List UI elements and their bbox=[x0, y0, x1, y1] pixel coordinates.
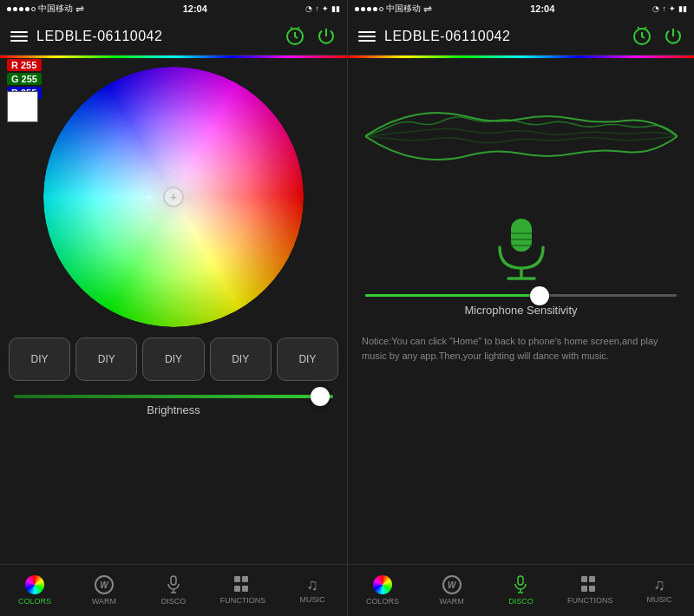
nav-label-disco-right: DISCO bbox=[508, 597, 534, 606]
nav-warm-left[interactable]: W WARM bbox=[69, 572, 139, 609]
nav-label-music-left: MUSIC bbox=[300, 595, 325, 604]
nav-disco-right[interactable]: DISCO bbox=[487, 572, 556, 609]
mic-area bbox=[348, 214, 694, 284]
right-panel: 中国移动 ⇌ 12:04 ◔ ↑ ✦ ▮▮ LEDBLE-06110042 bbox=[347, 0, 694, 616]
left-panel: 中国移动 ⇌ 12:04 ◔ ↑ ✦ ▮▮ LEDBLE-06110042 bbox=[0, 0, 347, 616]
wifi-icon-right: ⇌ bbox=[423, 3, 432, 15]
sensitivity-slider-container: Microphone Sensitivity bbox=[348, 284, 694, 320]
device-title-left: LEDBLE-06110042 bbox=[36, 29, 276, 44]
warm-icon-right: W bbox=[442, 575, 462, 594]
bt-icon-left: ✦ bbox=[322, 4, 329, 13]
svg-rect-5 bbox=[511, 219, 532, 252]
left-header: LEDBLE-06110042 bbox=[0, 17, 347, 56]
arrow-icon-right: ↑ bbox=[662, 4, 666, 13]
functions-icon-left bbox=[234, 576, 252, 593]
right-header: LEDBLE-06110042 bbox=[348, 17, 694, 56]
power-icon-right[interactable] bbox=[663, 26, 684, 47]
gps-icon-left: ◔ bbox=[305, 4, 312, 13]
right-bottom-nav: COLORS W WARM DISCO FUNCTIONS bbox=[348, 564, 694, 616]
nav-music-left[interactable]: ♫ MUSIC bbox=[278, 573, 347, 607]
microphone-icon[interactable] bbox=[491, 214, 552, 284]
dot1 bbox=[7, 7, 11, 11]
battery-icon-left: ▮▮ bbox=[331, 4, 340, 13]
sensitivity-track[interactable] bbox=[365, 294, 677, 297]
svg-rect-1 bbox=[171, 576, 176, 585]
music-icon-right: ♫ bbox=[653, 577, 665, 593]
rdot1 bbox=[355, 7, 359, 11]
color-swatch[interactable] bbox=[7, 91, 38, 122]
brightness-label: Brightness bbox=[14, 403, 333, 416]
diy-button-1[interactable]: DIY bbox=[9, 337, 70, 381]
color-wheel-container: + bbox=[0, 67, 347, 327]
diy-button-4[interactable]: DIY bbox=[210, 337, 272, 381]
rdot2 bbox=[361, 7, 365, 11]
nav-colors-left[interactable]: COLORS bbox=[0, 572, 69, 609]
rmenu-line-2 bbox=[358, 36, 376, 37]
nav-colors-right[interactable]: COLORS bbox=[348, 572, 417, 609]
color-wheel[interactable] bbox=[43, 67, 304, 327]
color-wheel-icon-left bbox=[25, 575, 44, 594]
diy-button-5[interactable]: DIY bbox=[277, 337, 338, 381]
brightness-track[interactable] bbox=[14, 395, 333, 398]
menu-button-right[interactable] bbox=[358, 31, 376, 42]
music-icon-left: ♫ bbox=[306, 577, 318, 593]
color-wheel-canvas[interactable] bbox=[43, 67, 304, 327]
diy-row: DIY DIY DIY DIY DIY bbox=[0, 331, 347, 388]
diy-button-3[interactable]: DIY bbox=[142, 337, 204, 381]
header-icons-right bbox=[632, 26, 684, 47]
nav-disco-left[interactable]: DISCO bbox=[139, 572, 208, 609]
nav-music-right[interactable]: ♫ MUSIC bbox=[625, 573, 694, 607]
gps-icon-right: ◔ bbox=[652, 4, 659, 13]
nav-functions-left[interactable]: FUNCTIONS bbox=[208, 573, 278, 608]
rdot4 bbox=[373, 7, 377, 11]
carrier-left: 中国移动 bbox=[38, 3, 73, 15]
menu-button-left[interactable] bbox=[10, 31, 28, 42]
rainbow-bar-left bbox=[0, 56, 347, 58]
clock-icon-left[interactable] bbox=[285, 26, 305, 47]
menu-line-1 bbox=[10, 31, 28, 33]
bt-icon-right: ✦ bbox=[669, 4, 676, 13]
diy-button-2[interactable]: DIY bbox=[75, 337, 137, 381]
arrow-icon-left: ↑ bbox=[315, 4, 319, 13]
waveform-svg bbox=[365, 102, 678, 171]
nav-label-warm-right: WARM bbox=[440, 597, 464, 606]
warm-icon-left: W bbox=[95, 575, 114, 594]
status-icons-right: ◔ ↑ ✦ ▮▮ bbox=[652, 4, 687, 13]
menu-line-2 bbox=[10, 36, 28, 37]
power-icon-left[interactable] bbox=[316, 26, 337, 47]
carrier-right: 中国移动 bbox=[386, 3, 421, 15]
clock-icon-right[interactable] bbox=[632, 26, 652, 47]
header-icons-left bbox=[285, 26, 337, 47]
mic-icon-nav-left bbox=[165, 575, 182, 594]
nav-label-functions-left: FUNCTIONS bbox=[220, 596, 266, 605]
signal-dots bbox=[7, 7, 36, 11]
dot2 bbox=[13, 7, 17, 11]
left-status-bar: 中国移动 ⇌ 12:04 ◔ ↑ ✦ ▮▮ bbox=[0, 0, 347, 17]
signal-dots-right bbox=[355, 7, 383, 11]
red-badge: R 255 bbox=[7, 59, 42, 71]
dot5 bbox=[31, 7, 36, 11]
dot4 bbox=[25, 7, 29, 11]
nav-label-disco-left: DISCO bbox=[161, 597, 187, 606]
right-status-left: 中国移动 ⇌ bbox=[355, 3, 432, 15]
color-wheel-icon-right bbox=[373, 575, 392, 594]
nav-warm-right[interactable]: W WARM bbox=[417, 572, 487, 609]
nav-label-colors-right: COLORS bbox=[366, 597, 399, 606]
sensitivity-fill bbox=[365, 294, 536, 297]
nav-label-functions-right: FUNCTIONS bbox=[567, 596, 613, 605]
nav-label-warm-left: WARM bbox=[92, 597, 116, 606]
time-right: 12:04 bbox=[530, 3, 554, 14]
sensitivity-label: Microphone Sensitivity bbox=[365, 304, 677, 317]
rdot3 bbox=[367, 7, 371, 11]
svg-rect-11 bbox=[518, 576, 523, 585]
sensitivity-thumb[interactable] bbox=[530, 286, 549, 305]
rmenu-line-3 bbox=[358, 40, 376, 42]
rmenu-line-1 bbox=[358, 31, 376, 33]
brightness-thumb[interactable] bbox=[311, 387, 330, 406]
nav-functions-right[interactable]: FUNCTIONS bbox=[555, 573, 625, 608]
green-badge: G 255 bbox=[7, 73, 42, 85]
nav-label-colors-left: COLORS bbox=[18, 597, 51, 606]
time-left: 12:04 bbox=[183, 3, 207, 14]
mic-icon-nav-right bbox=[512, 575, 529, 594]
menu-line-3 bbox=[10, 40, 28, 42]
